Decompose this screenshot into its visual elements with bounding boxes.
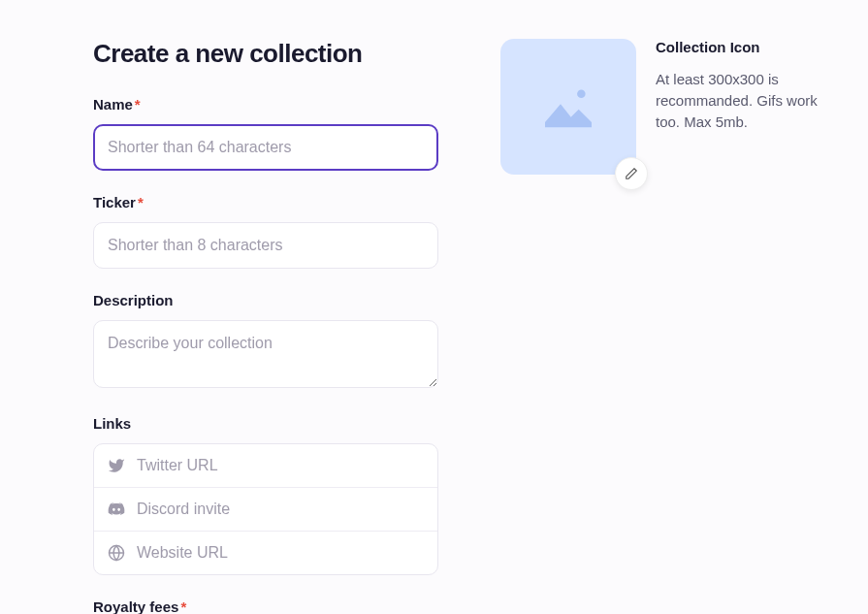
twitter-url-input[interactable] (137, 457, 424, 474)
collection-icon-info: Collection Icon At least 300x300 is reco… (656, 39, 840, 132)
description-textarea[interactable] (93, 320, 438, 388)
ticker-input[interactable] (93, 222, 438, 269)
twitter-link-row (94, 444, 437, 488)
create-collection-form: Create a new collection Name* Ticker* De… (93, 39, 438, 614)
name-label-text: Name (93, 96, 133, 113)
svg-point-2 (577, 89, 586, 98)
name-label: Name* (93, 96, 438, 113)
royalty-label: Royalty fees* (93, 598, 438, 614)
name-input[interactable] (93, 124, 438, 171)
royalty-label-text: Royalty fees (93, 598, 178, 614)
required-asterisk: * (180, 598, 186, 614)
links-field-group: Links (93, 415, 438, 575)
website-link-row (94, 532, 437, 574)
pencil-icon (625, 167, 638, 180)
discord-link-row (94, 488, 437, 532)
description-label: Description (93, 292, 438, 308)
name-field-group: Name* (93, 96, 438, 171)
page-title: Create a new collection (93, 39, 438, 69)
website-url-input[interactable] (137, 544, 424, 562)
ticker-field-group: Ticker* (93, 194, 438, 269)
collection-icon-panel: Collection Icon At least 300x300 is reco… (500, 39, 840, 614)
edit-icon-button[interactable] (615, 157, 648, 190)
links-label: Links (93, 415, 438, 432)
discord-icon (108, 501, 125, 518)
twitter-icon (108, 457, 125, 474)
image-placeholder-icon (537, 76, 599, 138)
description-field-group: Description (93, 292, 438, 392)
collection-icon-upload[interactable] (500, 39, 636, 175)
ticker-label: Ticker* (93, 194, 438, 210)
ticker-label-text: Ticker (93, 194, 136, 210)
required-asterisk: * (135, 96, 141, 113)
collection-icon-description: At least 300x300 is recommanded. Gifs wo… (656, 69, 840, 132)
globe-icon (108, 544, 125, 562)
royalty-field-group: Royalty fees* (93, 598, 438, 614)
required-asterisk: * (138, 194, 144, 210)
discord-invite-input[interactable] (137, 501, 424, 518)
links-list (93, 443, 438, 575)
collection-icon-title: Collection Icon (656, 39, 840, 55)
